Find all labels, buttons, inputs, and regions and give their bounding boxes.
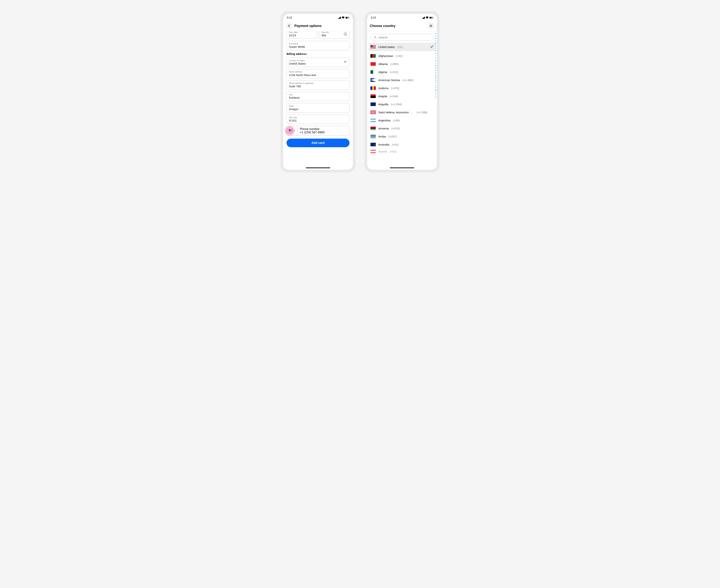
state-field[interactable]: State Oregon (286, 103, 349, 112)
index-letter[interactable]: Q (435, 74, 437, 77)
index-letter[interactable]: C (435, 40, 437, 42)
index-letter[interactable]: S (435, 79, 437, 82)
index-letter[interactable]: B (435, 38, 437, 40)
country-row[interactable]: Angola(+244) (367, 92, 437, 100)
country-code: (+62) (390, 150, 396, 153)
country-code: (+61) (392, 143, 398, 146)
index-letter[interactable]: A (435, 35, 437, 38)
svg-rect-7 (430, 17, 432, 18)
index-letter[interactable]: V (435, 86, 437, 89)
at-flag-icon (371, 150, 376, 153)
country-row[interactable]: Algeria(+213) (367, 68, 437, 76)
add-card-button[interactable]: Add card (286, 139, 349, 147)
index-letter[interactable]: L (435, 62, 437, 64)
au-flag-icon (371, 143, 376, 146)
country-row[interactable]: Armenia(+374) (367, 124, 437, 132)
country-name: American Somoa (378, 79, 400, 82)
country-name: Andorra (378, 87, 388, 90)
billing-address-header: Billing address (286, 52, 349, 56)
index-letter[interactable]: P (435, 72, 437, 74)
am-flag-icon (371, 127, 376, 130)
index-letter[interactable]: E (435, 45, 437, 47)
security-label: Security (321, 31, 347, 34)
country-row[interactable]: Aruba(+297) (367, 132, 437, 141)
index-letter[interactable]: M (435, 64, 437, 67)
index-letter[interactable]: D (435, 42, 437, 45)
country-code: (+1) (398, 45, 403, 48)
country-name: Australia (378, 143, 389, 146)
index-letter[interactable]: Y (435, 94, 437, 96)
search-input[interactable] (379, 36, 430, 39)
dz-flag-icon (371, 70, 376, 74)
country-row[interactable]: United states(+1) (368, 43, 435, 51)
country-list[interactable]: United states(+1)Afghanistan(+92)Albania… (367, 42, 437, 153)
fullname-field[interactable]: Full name Susan Webb (286, 41, 349, 50)
svg-rect-1 (346, 17, 347, 18)
index-letter[interactable]: O (435, 69, 437, 72)
city-field[interactable]: City Portland (286, 92, 349, 101)
index-letter[interactable]: Z (435, 96, 437, 99)
index-letter[interactable]: T (435, 82, 437, 84)
wifi-icon (426, 17, 428, 19)
home-indicator[interactable] (306, 167, 330, 168)
city-label: City (289, 93, 347, 96)
country-row[interactable]: Australia(+61) (367, 141, 437, 149)
battery-icon (429, 17, 433, 19)
index-letter[interactable]: G (435, 50, 437, 52)
close-button[interactable] (427, 22, 434, 29)
index-letter[interactable]: K (435, 60, 437, 62)
index-letter[interactable]: N (435, 67, 437, 69)
country-row[interactable]: Albania(+355) (367, 60, 437, 68)
index-letter[interactable]: X (435, 91, 437, 94)
back-button[interactable] (286, 22, 293, 29)
index-letter[interactable]: J (435, 57, 437, 59)
alphabet-index[interactable]: #ABCDEFGHIJKLMNOPQRSTUVWXYZ (435, 33, 437, 99)
status-bar: 9:15 (283, 14, 353, 21)
index-letter[interactable]: H (435, 52, 437, 55)
country-row[interactable]: Afghanistan(+92) (367, 52, 437, 60)
svg-rect-5 (345, 34, 345, 35)
check-icon (430, 45, 434, 49)
close-icon (429, 24, 433, 27)
index-letter[interactable]: W (435, 89, 437, 91)
country-name: Afghanistan (378, 54, 393, 58)
country-field[interactable]: Country or region United States (286, 58, 349, 67)
info-icon[interactable] (344, 33, 347, 37)
country-code: (+213) (390, 70, 398, 74)
cellular-icon (422, 17, 425, 19)
country-code: (+54) (393, 119, 400, 122)
index-letter[interactable]: F (435, 47, 437, 50)
country-row[interactable]: Anguilla(+1-264) (367, 100, 437, 108)
index-letter[interactable]: U (435, 84, 437, 86)
country-row[interactable]: Saint Helena, Ascension and Tris...(+1-2… (367, 108, 437, 116)
country-row-partial[interactable]: Austria(+62) (367, 149, 437, 153)
country-row[interactable]: Andorra(+376) (367, 84, 437, 92)
street-field[interactable]: Street address 1234 North Place Ave (286, 69, 349, 78)
search-box[interactable] (371, 34, 434, 41)
status-icons (338, 17, 349, 19)
security-field[interactable]: Security 456 (319, 31, 349, 39)
us-flag-icon (289, 129, 293, 132)
phone-choose-country: 9:15 Choose country United states(+1)Afg… (364, 11, 440, 172)
fullname-label: Full name (289, 42, 347, 45)
expiry-field[interactable]: Exp. date 01/23 (286, 31, 317, 39)
index-letter[interactable]: R (435, 77, 437, 79)
index-letter[interactable]: # (435, 33, 437, 35)
index-letter[interactable]: I (435, 55, 437, 57)
country-row[interactable]: Argentina(+54) (367, 116, 437, 124)
ad-flag-icon (371, 86, 376, 90)
ao-flag-icon (371, 94, 376, 98)
ai-flag-icon (371, 103, 376, 106)
zip-label: ZIP code (289, 116, 347, 119)
phone-field[interactable]: Phone number +1 (234) 567-8900 (286, 126, 349, 135)
battery-icon (345, 17, 349, 19)
country-row[interactable]: American Somoa(+1-684) (367, 76, 437, 84)
zip-field[interactable]: ZIP code 97201 (286, 114, 349, 124)
expiry-label: Exp. date (289, 31, 315, 34)
sh-flag-icon (371, 110, 376, 114)
page-title: Choose country (370, 24, 396, 28)
home-indicator[interactable] (390, 167, 414, 168)
phone-country-selector[interactable] (287, 126, 298, 135)
svg-point-4 (345, 33, 345, 34)
street2-field[interactable]: Street address 2 (optional) Suite 789 (286, 80, 349, 90)
